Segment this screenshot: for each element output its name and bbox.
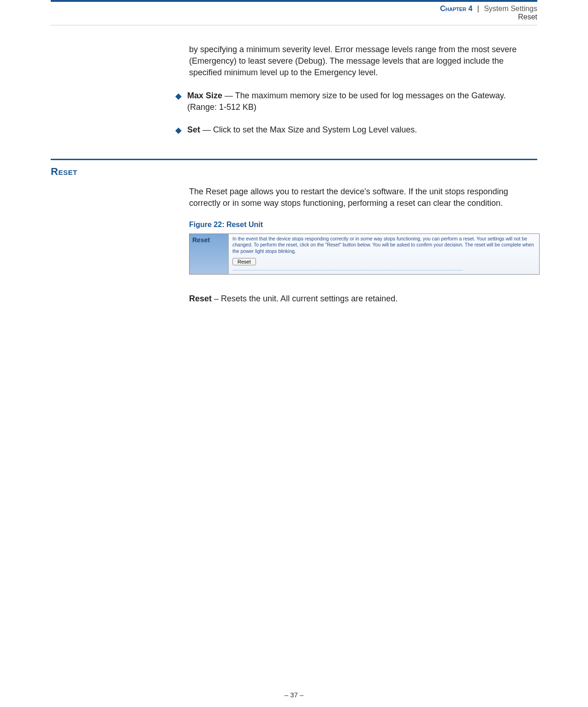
chapter-label: Chapter 4 [440,5,472,12]
chapter-title: System Settings [484,5,537,12]
figure-sidebar-label: Reset [192,236,210,244]
reset-item-label: Reset [189,294,212,303]
figure-caption: Figure 22: Reset Unit [189,221,537,229]
page-footer: – 37 – [0,691,588,699]
figure-description: In the event that the device stops respo… [232,236,535,255]
bullet-label: Max Size [187,91,222,100]
bullet-item: ◆ Max Size — The maximum memory size to … [175,90,537,113]
figure-sidebar: Reset [190,234,229,275]
bullet-label: Set [187,125,200,134]
bullet-desc: — The maximum memory size to be used for… [187,91,506,112]
section-divider [51,159,537,160]
reset-item-paragraph: Reset – Resets the unit. All current set… [189,293,537,305]
bullet-desc: — Click to set the Max Size and System L… [200,125,417,134]
reset-item-text: – Resets the unit. All current settings … [212,294,398,303]
reset-button[interactable]: Reset [232,258,256,265]
figure-reset-unit: Reset In the event that the device stops… [189,234,540,275]
bullet-text: Max Size — The maximum memory size to be… [187,90,537,113]
diamond-bullet-icon: ◆ [175,125,182,135]
page-content: by specifying a minimum severity level. … [0,25,588,305]
figure-content: In the event that the device stops respo… [229,234,539,275]
diamond-bullet-icon: ◆ [175,91,182,101]
page-header: Chapter 4 | System Settings Reset [51,0,537,25]
reset-intro-paragraph: The Reset page allows you to restart the… [189,186,537,209]
bullet-text: Set — Click to set the Max Size and Syst… [187,124,417,136]
header-divider: | [477,5,479,12]
figure-separator [232,270,463,270]
section-heading-reset: Reset [51,166,537,178]
header-subtitle: Reset [51,13,537,21]
page-number: – 37 – [285,691,304,699]
intro-paragraph: by specifying a minimum severity level. … [189,44,537,79]
bullet-item: ◆ Set — Click to set the Max Size and Sy… [175,124,537,136]
